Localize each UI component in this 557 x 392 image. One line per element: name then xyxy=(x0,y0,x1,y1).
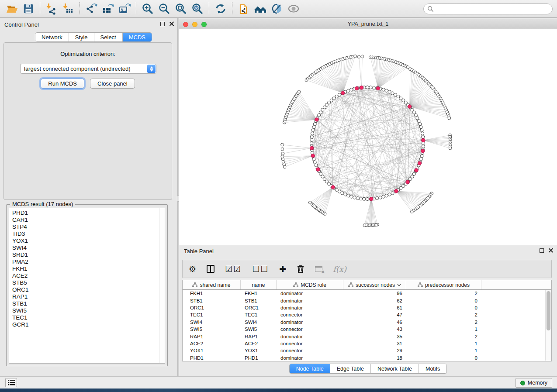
close-window-icon[interactable] xyxy=(183,22,188,27)
export-table-button[interactable] xyxy=(100,2,115,16)
memory-button[interactable]: Memory xyxy=(515,378,552,388)
tab-network[interactable]: Network xyxy=(35,33,69,41)
table-type-tabs: Node TableEdge TableNetwork TableMotifs xyxy=(289,364,447,374)
close-panel-icon[interactable] xyxy=(548,248,553,253)
mcds-result-item[interactable]: SWI4 xyxy=(12,244,165,251)
table-scrollbar-thumb[interactable] xyxy=(547,291,550,330)
maximize-window-icon[interactable] xyxy=(201,22,207,27)
table-row[interactable]: RAP1RAP1dominator352 xyxy=(183,333,551,340)
mcds-result-item[interactable]: STP4 xyxy=(12,224,165,230)
tab-node-table[interactable]: Node Table xyxy=(290,364,330,373)
cell-shared-name: ORC1 xyxy=(183,305,241,310)
add-column-icon[interactable]: ✚ xyxy=(279,264,286,274)
table-scrollbar[interactable] xyxy=(545,290,551,361)
cell-successor-nodes: 47 xyxy=(343,312,406,317)
mcds-result-list[interactable]: PHD1CAR1STP4TID3YOX1SWI4SRD1PMA2FKH1ACE2… xyxy=(9,208,165,364)
zoom-out-button[interactable] xyxy=(157,2,172,16)
import-table-button[interactable] xyxy=(61,2,76,16)
table-row[interactable]: ACE2ACE2connector311 xyxy=(183,340,551,347)
mcds-result-item[interactable]: PMA2 xyxy=(12,258,165,265)
table-row[interactable]: PHD1PHD1dominator180 xyxy=(183,354,551,361)
control-panel-tabs: NetworkStyleSelectMCDS xyxy=(35,32,152,42)
table-row[interactable]: SWI5SWI5connector431 xyxy=(183,326,551,333)
zoom-in-button[interactable] xyxy=(140,2,155,16)
cell-predecessor-nodes: 2 xyxy=(406,320,481,325)
run-mcds-button[interactable]: Run MCDS xyxy=(41,79,84,89)
float-panel-icon[interactable] xyxy=(540,248,544,253)
mcds-result-item[interactable]: ORC1 xyxy=(12,286,165,293)
open-file-button[interactable] xyxy=(4,2,19,16)
import-network-button[interactable] xyxy=(44,2,59,16)
show-panels-button[interactable] xyxy=(5,378,17,387)
tab-edge-table[interactable]: Edge Table xyxy=(330,364,371,373)
float-panel-icon[interactable] xyxy=(160,22,165,26)
cell-mcds-role: dominator xyxy=(277,305,343,310)
mcds-result-item[interactable]: CAR1 xyxy=(12,217,165,224)
column-header-mcds-role[interactable]: MCDS role xyxy=(277,280,343,289)
table-row[interactable]: TEC1TEC1connector472 xyxy=(183,311,551,318)
mcds-result-item[interactable]: TEC1 xyxy=(12,314,165,321)
close-panel-button[interactable]: Close panel xyxy=(90,79,135,89)
mcds-result-item[interactable]: STB1 xyxy=(12,300,165,307)
table-row[interactable]: ORC1ORC1dominator610 xyxy=(183,304,551,311)
table-row[interactable]: STB1STB1dominator620 xyxy=(183,297,551,304)
show-columns-icon[interactable] xyxy=(207,265,214,273)
mcds-result-item[interactable]: RAP1 xyxy=(12,293,165,300)
desktop-background xyxy=(0,389,557,392)
export-network-button[interactable] xyxy=(84,2,99,16)
apply-layout-button[interactable] xyxy=(213,2,228,16)
cell-successor-nodes: 61 xyxy=(343,305,406,310)
close-panel-icon[interactable] xyxy=(169,21,174,26)
search-input[interactable] xyxy=(434,5,552,14)
tab-mcds[interactable]: MCDS xyxy=(123,33,152,41)
mcds-result-item[interactable]: YOX1 xyxy=(12,237,165,244)
select-all-checkboxes-icon[interactable]: ☑☑ xyxy=(225,264,242,274)
save-session-button[interactable] xyxy=(21,2,36,16)
mcds-result-item[interactable]: SWI5 xyxy=(12,307,165,314)
cell-successor-nodes: 31 xyxy=(343,341,406,346)
search-box[interactable] xyxy=(423,3,553,14)
minimize-window-icon[interactable] xyxy=(192,22,197,27)
column-type-icon xyxy=(348,282,353,287)
toolbar-separator xyxy=(40,2,40,15)
list-scrollbar[interactable] xyxy=(159,208,165,363)
mcds-result-item[interactable]: STB5 xyxy=(12,279,165,286)
network-canvas[interactable] xyxy=(179,29,557,245)
mcds-result-item[interactable]: TID3 xyxy=(12,230,165,237)
zoom-selected-button[interactable] xyxy=(190,2,205,16)
column-header-successor-nodes[interactable]: successor nodes xyxy=(343,280,406,289)
cell-successor-nodes: 18 xyxy=(343,355,406,361)
mcds-result-item[interactable]: PHD1 xyxy=(12,210,165,217)
cell-predecessor-nodes: 0 xyxy=(406,298,481,303)
tab-network-table[interactable]: Network Table xyxy=(371,364,419,373)
control-panel: Control Panel NetworkStyleSelectMCDS Opt… xyxy=(0,18,177,376)
deselect-all-checkboxes-icon[interactable]: ☐☐ xyxy=(252,264,269,274)
optimization-criterion-dropdown[interactable]: largest connected component (undirected) xyxy=(20,64,156,74)
search-icon xyxy=(427,6,434,12)
export-image-button[interactable] xyxy=(117,2,132,16)
tab-motifs[interactable]: Motifs xyxy=(419,364,446,373)
mcds-result-item[interactable]: SRD1 xyxy=(12,251,165,258)
table-row[interactable]: SWI4SWI4dominator462 xyxy=(183,319,551,326)
tab-select[interactable]: Select xyxy=(94,33,123,41)
column-header-name[interactable]: name xyxy=(241,280,277,289)
mcds-result-item[interactable]: GCR1 xyxy=(12,321,165,328)
column-header-shared-name[interactable]: shared name xyxy=(183,280,241,289)
delete-column-icon[interactable] xyxy=(297,265,304,273)
mcds-result-item[interactable]: FKH1 xyxy=(12,265,165,272)
mcds-result-item[interactable]: ACE2 xyxy=(12,272,165,279)
cell-shared-name: ACE2 xyxy=(183,341,241,346)
network-document-icon xyxy=(238,3,250,15)
eye-button[interactable] xyxy=(286,2,301,16)
tab-style[interactable]: Style xyxy=(69,33,94,41)
table-row[interactable]: FKH1FKH1dominator962 xyxy=(183,290,551,297)
network-document-button[interactable] xyxy=(236,2,251,16)
zoom-fit-button[interactable] xyxy=(173,2,188,16)
mcds-result-groupbox: MCDS result (17 nodes) PHD1CAR1STP4TID3Y… xyxy=(6,204,168,366)
column-header-predecessor-nodes[interactable]: predecessor nodes xyxy=(406,280,481,289)
show-all-button[interactable] xyxy=(253,2,268,16)
network-window-titlebar[interactable]: YPA_prune.txt_1 xyxy=(179,19,557,29)
settings-icon[interactable]: ⚙ xyxy=(189,264,196,274)
hide-graphics-details-button[interactable] xyxy=(270,2,284,16)
table-row[interactable]: YOX1YOX1connector291 xyxy=(183,347,551,354)
